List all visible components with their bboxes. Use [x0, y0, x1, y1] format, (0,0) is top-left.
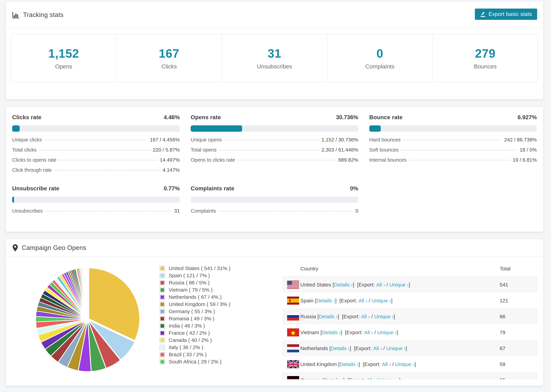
rate-title: Bounce rate	[369, 114, 403, 121]
legend-item-canada[interactable]: Canada ( 40 / 2% )	[160, 336, 230, 344]
rate-card-clicks-rate: Clicks rate4.46%Unique clicks167 / 4.456…	[12, 114, 180, 177]
export-all-link[interactable]: All ›	[364, 329, 373, 335]
header-divider	[6, 28, 543, 29]
legend-label: United States ( 541 / 31% )	[169, 266, 230, 271]
export-unique-link[interactable]: Unique ›	[372, 298, 391, 304]
details-link[interactable]: Details ›	[331, 345, 350, 351]
legend-swatch	[160, 266, 165, 271]
export-all-link[interactable]: All ›	[376, 282, 385, 288]
details-link[interactable]: Details ›	[322, 329, 341, 335]
links-separator: ] [Export:	[338, 314, 361, 320]
geo-pie-legend: United States ( 541 / 31% )Spain ( 121 /…	[160, 265, 230, 365]
stat-value: 167	[159, 47, 179, 60]
export-all-link[interactable]: All ›	[373, 345, 382, 351]
bar-chart-icon	[12, 11, 20, 19]
legend-item-south-africa[interactable]: South Africa ( 29 / 2% )	[160, 358, 230, 365]
export-all-link[interactable]: All ›	[361, 314, 370, 320]
flag-icon-vn	[287, 328, 299, 336]
legend-swatch	[160, 323, 165, 329]
details-link[interactable]: Details ›	[334, 282, 353, 288]
details-link[interactable]: Details ›	[319, 314, 338, 320]
rate-progress-bar	[191, 196, 358, 203]
details-link[interactable]: Details ›	[316, 298, 335, 304]
export-all-link[interactable]: All ›	[382, 361, 391, 367]
export-unique-link[interactable]: Unique ›	[380, 377, 399, 379]
rate-progress-bar	[369, 125, 537, 132]
rate-detail-label: Total clicks	[12, 147, 37, 153]
pie-slice-58	[88, 267, 88, 318]
rate-title: Unsubscribe rate	[12, 185, 59, 192]
legend-item-vietnam[interactable]: Vietnam ( 79 / 5% )	[160, 286, 230, 294]
legend-item-spain[interactable]: Spain ( 121 / 7% )	[160, 272, 230, 279]
rate-detail-row: Total clicks220 / 5.87%	[12, 147, 180, 157]
export-all-link[interactable]: All ›	[359, 298, 367, 304]
legend-item-netherlands[interactable]: Netherlands ( 67 / 4% )	[160, 294, 230, 301]
export-basic-stats-button[interactable]: Export basic stats	[475, 8, 537, 20]
export-unique-link[interactable]: Unique ›	[377, 329, 397, 335]
export-unique-link[interactable]: Unique ›	[395, 361, 414, 367]
export-unique-link[interactable]: Unique ›	[374, 314, 394, 320]
rate-detail-row: Total opens2,303 / 61.446%	[191, 147, 358, 157]
slash-separator: /	[385, 282, 389, 288]
legend-item-united-kingdom[interactable]: United Kingdom ( 59 / 3% )	[160, 301, 230, 308]
rate-detail-row: Hard bounces242 / 86.738%	[369, 137, 537, 147]
legend-swatch	[160, 338, 165, 343]
legend-swatch	[160, 309, 165, 314]
rate-detail-label: Internal bounces	[369, 157, 407, 163]
country-total: 541	[500, 277, 508, 293]
rate-detail-label: Unique opens	[191, 137, 222, 143]
rate-value: 0.77%	[164, 185, 180, 192]
rate-detail-label: Soft bounces	[369, 147, 399, 153]
country-name: Netherlands [	[300, 345, 331, 351]
closing-bracket: ]	[409, 282, 410, 288]
legend-item-brazil[interactable]: Brazil ( 33 / 2% )	[160, 351, 230, 358]
rate-progress-fill	[12, 125, 20, 132]
rate-detail-value: 14.497%	[160, 157, 180, 163]
legend-label: South Africa ( 29 / 2% )	[169, 359, 221, 365]
geo-table-row-netherlands: Netherlands [Details ›] [Export: All › /…	[282, 340, 538, 356]
rate-detail-value: 19 / 6.81%	[513, 157, 537, 163]
dotted-leader	[39, 150, 150, 150]
rate-detail-label: Complaints	[191, 208, 216, 214]
rate-detail-row: Unique clicks167 / 4.456%	[12, 137, 180, 147]
summary-stat-clicks: 167Clicks	[116, 35, 222, 82]
slash-separator: /	[373, 329, 377, 335]
legend-item-india[interactable]: India ( 46 / 3% )	[160, 322, 230, 329]
export-button-label: Export basic stats	[488, 11, 532, 17]
rate-detail-value: 31	[174, 208, 180, 214]
legend-label: Canada ( 40 / 2% )	[169, 337, 212, 343]
legend-item-france[interactable]: France ( 42 / 2% )	[160, 329, 230, 336]
details-link[interactable]: Details ›	[340, 361, 359, 367]
stat-label: Opens	[55, 63, 72, 70]
country-name: Russia [	[300, 314, 319, 320]
links-separator: ] [Export:	[350, 345, 373, 351]
dotted-leader	[403, 140, 502, 140]
slash-separator: /	[367, 298, 372, 304]
links-separator: ] [Export:	[335, 298, 359, 304]
details-link[interactable]: Details ›	[324, 377, 343, 379]
geo-table-row-spain: Spain [Details ›] [Export: All › / Uniqu…	[282, 293, 538, 308]
flag-icon-de	[287, 376, 299, 379]
legend-swatch	[160, 273, 165, 278]
country-total: 86	[500, 308, 505, 324]
flag-icon-es	[287, 297, 299, 305]
legend-label: Brazil ( 33 / 2% )	[169, 352, 207, 357]
export-all-link[interactable]: All ›	[367, 377, 375, 379]
legend-item-italy[interactable]: Italy ( 36 / 2% )	[160, 344, 230, 351]
export-unique-link[interactable]: Unique ›	[389, 282, 409, 288]
rate-detail-row: Soft bounces18 / 0%	[369, 147, 537, 157]
legend-item-united-states[interactable]: United States ( 541 / 31% )	[160, 265, 230, 272]
stat-value: 279	[475, 47, 495, 60]
legend-item-romania[interactable]: Romania ( 49 / 3% )	[160, 315, 230, 322]
rate-progress-fill	[191, 125, 242, 132]
legend-item-russia[interactable]: Russia ( 86 / 5% )	[160, 279, 230, 286]
country-total: 55	[500, 372, 505, 379]
rate-card-unsubscribe-rate: Unsubscribe rate0.77%Unsubscribes31	[12, 185, 180, 218]
legend-swatch	[160, 280, 165, 286]
export-unique-link[interactable]: Unique ›	[386, 345, 406, 351]
stat-value: 0	[376, 47, 383, 60]
rate-progress-fill	[369, 125, 381, 132]
legend-item-germany[interactable]: Germany ( 55 / 3% )	[160, 308, 230, 315]
summary-stat-bounces: 279Bounces	[432, 35, 538, 82]
rate-progress-bar	[12, 196, 180, 203]
